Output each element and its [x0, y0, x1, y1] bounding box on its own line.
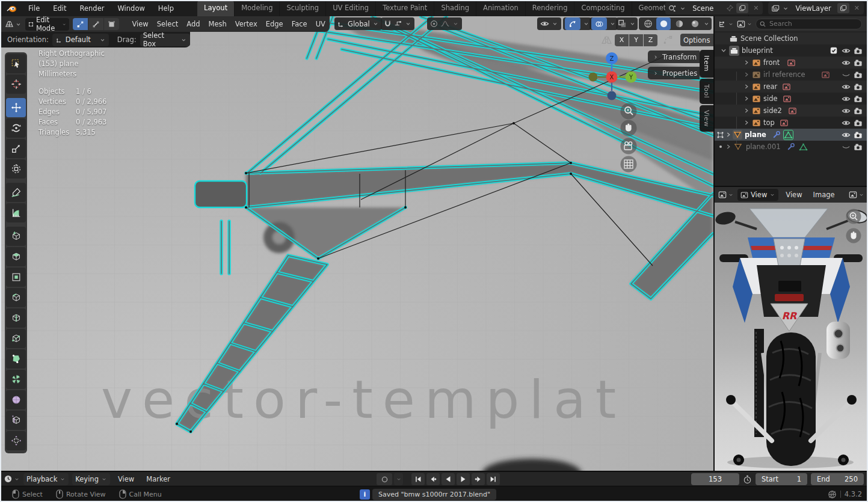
drag-dropdown[interactable]: Select Box [140, 34, 190, 46]
tool-add-cube[interactable] [6, 227, 26, 246]
tab-item[interactable]: Item [700, 50, 713, 78]
workspace-tab-uv-editing[interactable]: UV Editing [326, 0, 376, 16]
workspace-tab-rendering[interactable]: Rendering [526, 0, 575, 16]
camera-icon[interactable] [854, 58, 863, 67]
eye-icon[interactable] [842, 118, 851, 127]
current-frame-field[interactable]: 153 [691, 473, 739, 485]
transform-panel-header[interactable]: Transform [648, 51, 700, 63]
menu-image[interactable]: Image [810, 191, 839, 199]
menu-mesh[interactable]: Mesh [204, 20, 230, 28]
editor-type-button[interactable] [0, 20, 24, 29]
workspace-tab-modeling[interactable]: Modeling [235, 0, 280, 16]
row-side2[interactable]: side2 [715, 105, 868, 117]
viewlayer-selector[interactable]: ViewLayer ✕ [768, 2, 864, 14]
playback-dropdown[interactable]: Playback [23, 473, 69, 485]
eye-icon[interactable] [842, 58, 851, 67]
caret-right-icon[interactable] [742, 118, 751, 127]
eye-icon[interactable] [842, 46, 851, 55]
search-input[interactable] [756, 19, 862, 29]
tool-smooth[interactable] [6, 390, 26, 409]
pin-icon[interactable] [726, 4, 734, 12]
face-select-button[interactable] [104, 18, 119, 30]
menu-select[interactable]: Select [153, 20, 182, 28]
stopwatch-icon[interactable] [743, 475, 752, 484]
menu-view[interactable]: View [114, 475, 138, 483]
caret-right-icon[interactable] [724, 142, 733, 151]
gizmo-icon[interactable] [565, 17, 580, 30]
snap-projection-icon[interactable] [662, 35, 673, 45]
tool-edge-slide[interactable] [6, 411, 26, 430]
row-plane[interactable]: plane [715, 129, 868, 141]
tool-loop-cut[interactable] [6, 308, 26, 328]
row-rear[interactable]: rear [715, 81, 868, 93]
eye-icon[interactable] [842, 106, 851, 115]
tool-spin[interactable] [6, 370, 26, 389]
camera-icon[interactable] [854, 142, 863, 152]
menu-vertex[interactable]: Vertex [231, 20, 262, 28]
menu-edge[interactable]: Edge [262, 20, 288, 28]
image-editor-type-button[interactable] [718, 191, 734, 199]
caret-right-icon[interactable] [724, 130, 733, 139]
triangulate-modifier-icon[interactable] [784, 130, 793, 139]
auto-keying-button[interactable] [377, 473, 392, 485]
camera-icon[interactable] [854, 118, 863, 127]
tab-view[interactable]: View [700, 105, 713, 132]
caret-right-icon[interactable] [742, 58, 751, 67]
camera-icon[interactable] [854, 70, 863, 79]
zoom-button[interactable] [621, 103, 637, 120]
eye-closed-icon[interactable] [842, 142, 851, 152]
mirror-y-button[interactable]: Y [629, 34, 643, 46]
camera-icon[interactable] [854, 46, 863, 55]
row-side[interactable]: side [715, 93, 868, 105]
tool-tweak-select[interactable] [6, 54, 26, 73]
gizmos-toggle[interactable] [563, 17, 591, 30]
new-viewlayer-button[interactable] [837, 3, 849, 13]
snap-controls[interactable] [381, 17, 414, 30]
triangulate-modifier-icon[interactable] [799, 142, 808, 152]
axis-neg-y[interactable] [589, 73, 598, 82]
menu-edit[interactable]: Edit [48, 2, 72, 14]
visibility-dropdown[interactable] [537, 17, 561, 30]
play-reverse-button[interactable] [442, 473, 455, 485]
workspace-tab-sculpting[interactable]: Sculpting [280, 0, 326, 16]
camera-icon[interactable] [854, 130, 863, 139]
jump-to-end-button[interactable] [487, 473, 500, 485]
tool-annotate[interactable] [6, 183, 26, 202]
scene-selector[interactable]: Scene ✕ [665, 2, 763, 14]
tool-measure[interactable] [6, 203, 26, 222]
rendered-shading-button[interactable] [688, 17, 702, 30]
outliner-display-mode-button[interactable] [737, 20, 753, 28]
play-button[interactable] [457, 473, 470, 485]
zoom-button[interactable] [846, 209, 861, 224]
tool-inset-faces[interactable] [6, 268, 26, 287]
caret-right-icon[interactable] [742, 70, 751, 79]
viewport-canvas[interactable]: vector-templat [0, 16, 713, 471]
proportional-edit-controls[interactable] [427, 17, 462, 30]
tool-bevel[interactable] [6, 288, 26, 307]
menu-render[interactable]: Render [75, 2, 110, 14]
jump-to-start-button[interactable] [411, 473, 425, 485]
edge-select-button[interactable] [88, 18, 103, 30]
caret-right-icon[interactable] [742, 94, 751, 103]
vertex-select-button[interactable] [73, 18, 88, 30]
camera-icon[interactable] [854, 106, 863, 115]
timeline-editor-type-button[interactable] [4, 474, 20, 483]
close-icon[interactable]: ✕ [852, 4, 862, 12]
tool-poly-build[interactable] [6, 349, 26, 369]
workspace-tab-shading[interactable]: Shading [434, 0, 476, 16]
start-frame-field[interactable]: Start1 [756, 473, 807, 485]
properties-panel-header[interactable]: Properties [648, 67, 700, 79]
menu-view[interactable]: View [128, 20, 152, 28]
camera-icon[interactable] [854, 94, 863, 103]
grid-ortho-button[interactable] [621, 156, 637, 173]
pan-hand-button[interactable] [621, 120, 637, 136]
options-dropdown[interactable]: Options [680, 34, 713, 46]
workspace-tab-compositing[interactable]: Compositing [574, 0, 632, 16]
tool-extrude-region[interactable] [6, 247, 26, 266]
caret-down-icon[interactable] [719, 46, 728, 55]
menu-help[interactable]: Help [153, 2, 179, 14]
menu-marker[interactable]: Marker [142, 475, 174, 483]
next-keyframe-button[interactable] [472, 473, 485, 485]
tool-shrink-fatten[interactable] [6, 431, 26, 450]
camera-view-button[interactable] [621, 138, 637, 155]
